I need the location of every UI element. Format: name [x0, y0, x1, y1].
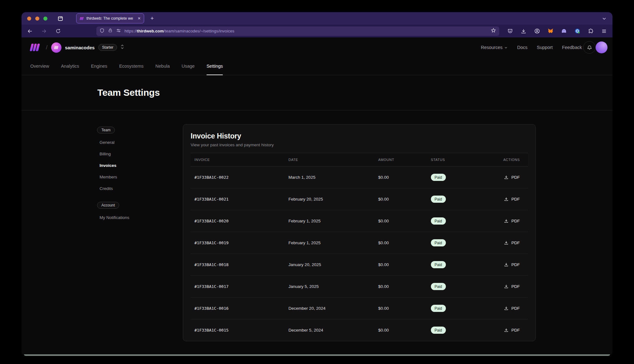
download-icon [504, 284, 509, 289]
download-icon [504, 240, 509, 245]
download-pdf-button[interactable]: PDF [504, 284, 520, 289]
breadcrumb-slash: / [46, 44, 47, 51]
tab-ecosystems[interactable]: Ecosystems [119, 57, 144, 75]
phantom-icon[interactable] [560, 27, 568, 35]
invoice-actions: PDF [481, 197, 528, 201]
bookmark-star-icon[interactable] [491, 28, 496, 34]
invoice-history-card: Invoice History View your past invoices … [183, 124, 536, 341]
url-bar[interactable]: https://thirdweb.com/team/saminacodes/~/… [96, 27, 499, 36]
tab-title: thirdweb: The complete web3 d [86, 16, 133, 21]
download-pdf-button[interactable]: PDF [504, 240, 520, 245]
sidebar-item-members[interactable]: Members [97, 171, 159, 183]
invoice-status: Paid [427, 196, 481, 203]
sidebar-item-billing[interactable]: Billing [97, 148, 159, 160]
download-pdf-button[interactable]: PDF [504, 328, 520, 332]
header-link-feedback[interactable]: Feedback [562, 45, 582, 50]
invoice-row: #1F33BA1C-0017 January 5, 2025 $0.00 Pai… [191, 276, 528, 298]
header-link-support[interactable]: Support [537, 45, 553, 50]
team-name[interactable]: saminacodes [65, 45, 95, 50]
invoice-actions: PDF [481, 262, 528, 267]
invoice-row: #1F33BA1C-0016 December 20, 2024 $0.00 P… [191, 298, 528, 319]
password-manager-icon[interactable] [573, 27, 581, 35]
tab-settings[interactable]: Settings [207, 57, 223, 75]
settings-sidebar: Team GeneralBillingInvoicesMembersCredit… [97, 124, 159, 356]
download-pdf-button[interactable]: PDF [504, 306, 520, 311]
download-pdf-button[interactable]: PDF [504, 262, 520, 267]
sidebar-item-my-notifications[interactable]: My Notifications [97, 212, 159, 223]
settings-content: Team GeneralBillingInvoicesMembersCredit… [22, 110, 612, 356]
tracking-protection-shield-icon[interactable] [100, 28, 105, 34]
notifications-bell-button[interactable] [583, 41, 596, 54]
header-link-docs[interactable]: Docs [517, 45, 527, 50]
thirdweb-logo[interactable] [28, 43, 41, 51]
invoice-number: #1F33BA1C-0019 [191, 240, 285, 245]
account-icon[interactable] [533, 27, 541, 35]
paid-badge: Paid [431, 305, 446, 312]
user-avatar[interactable] [596, 41, 607, 53]
invoice-row: #1F33BA1C-0015 December 5, 2024 $0.00 Pa… [191, 319, 528, 341]
sidebar-group: Account My Notifications [97, 202, 159, 223]
browser-tab-bar: thirdweb: The complete web3 d ✕ + [22, 12, 612, 25]
permissions-icon[interactable] [116, 28, 121, 34]
invoice-number: #1F33BA1C-0022 [191, 175, 285, 180]
tab-overview[interactable]: Overview [30, 57, 49, 75]
thirdweb-favicon [80, 17, 84, 21]
invoice-row: #1F33BA1C-0021 February 20, 2025 $0.00 P… [191, 188, 528, 210]
download-pdf-button[interactable]: PDF [504, 219, 520, 223]
close-window-button[interactable] [27, 17, 31, 21]
menu-hamburger-icon[interactable] [600, 27, 608, 35]
tab-analytics[interactable]: Analytics [61, 57, 79, 75]
zoom-window-button[interactable] [43, 17, 47, 21]
tab-nebula[interactable]: Nebula [155, 57, 170, 75]
back-icon[interactable] [26, 27, 34, 35]
new-tab-button[interactable]: + [150, 15, 154, 22]
invoice-amount: $0.00 [374, 328, 427, 332]
paid-badge: Paid [431, 283, 446, 290]
team-avatar[interactable] [51, 42, 61, 53]
lock-icon[interactable] [108, 28, 113, 34]
firefox-view-icon[interactable] [56, 14, 64, 22]
tab-engines[interactable]: Engines [91, 57, 107, 75]
extensions-puzzle-icon[interactable] [587, 27, 595, 35]
invoice-row: #1F33BA1C-0022 March 1, 2025 $0.00 Paid … [191, 167, 528, 188]
invoice-date: January 5, 2025 [285, 284, 375, 289]
invoice-amount: $0.00 [374, 284, 427, 289]
header-link-resources[interactable]: Resources [481, 45, 508, 50]
tab-close-icon[interactable]: ✕ [138, 16, 141, 21]
pocket-icon[interactable] [506, 27, 514, 35]
reload-icon[interactable] [54, 27, 62, 35]
list-all-tabs-icon[interactable] [600, 14, 608, 22]
downloads-icon[interactable] [519, 27, 528, 35]
invoice-amount: $0.00 [374, 219, 427, 223]
browser-window: thirdweb: The complete web3 d ✕ + [22, 12, 612, 356]
card-title: Invoice History [191, 132, 528, 140]
team-switcher-icon[interactable] [120, 44, 124, 51]
invoice-status: Paid [427, 283, 481, 290]
download-pdf-button[interactable]: PDF [504, 175, 520, 180]
invoice-actions: PDF [481, 240, 528, 245]
sidebar-item-credits[interactable]: Credits [97, 183, 159, 194]
invoice-amount: $0.00 [374, 240, 427, 245]
invoice-status: Paid [427, 217, 481, 225]
page-header: Team Settings [22, 75, 612, 110]
metamask-icon[interactable] [546, 27, 554, 35]
invoice-row: #1F33BA1C-0018 January 20, 2025 $0.00 Pa… [191, 254, 528, 276]
download-pdf-button[interactable]: PDF [504, 197, 520, 201]
sidebar-item-invoices[interactable]: Invoices [97, 160, 159, 171]
invoice-status: Paid [427, 327, 481, 334]
sidebar-item-general[interactable]: General [97, 137, 159, 148]
invoice-actions: PDF [481, 328, 528, 332]
card-subtitle: View your past invoices and payment hist… [191, 143, 528, 147]
browser-tab-thirdweb[interactable]: thirdweb: The complete web3 d ✕ [76, 13, 144, 23]
invoice-date: January 20, 2025 [285, 262, 375, 267]
tab-usage[interactable]: Usage [182, 57, 195, 75]
minimize-window-button[interactable] [35, 17, 39, 21]
forward-icon[interactable] [40, 27, 48, 35]
invoice-status: Paid [427, 305, 481, 312]
site-header: / saminacodes Starter Resources Docs Sup… [22, 37, 612, 57]
invoice-row: #1F33BA1C-0020 February 1, 2025 $0.00 Pa… [191, 210, 528, 232]
download-icon [504, 306, 509, 311]
paid-badge: Paid [431, 217, 446, 225]
invoice-actions: PDF [481, 306, 528, 311]
invoice-number: #1F33BA1C-0017 [191, 284, 285, 289]
